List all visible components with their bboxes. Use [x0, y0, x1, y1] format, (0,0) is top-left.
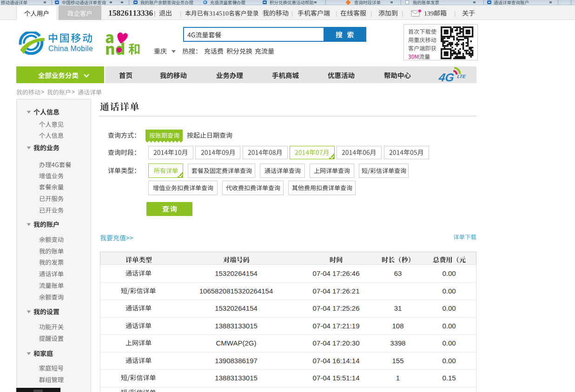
svg-text:4G: 4G: [437, 71, 455, 84]
svg-text:LTE: LTE: [457, 74, 466, 79]
